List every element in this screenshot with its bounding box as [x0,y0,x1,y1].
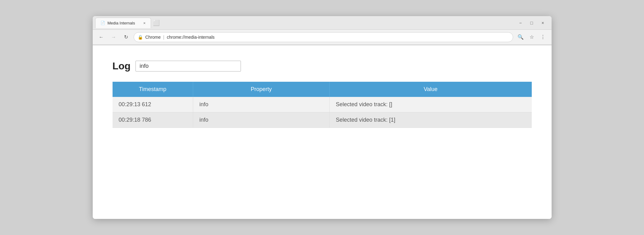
log-section: Log [113,60,532,72]
property-cell: info [193,97,330,112]
browser-brand: Chrome [145,35,161,40]
table-body: 00:29:13 612 info Selected video track: … [113,97,532,128]
page-content: Log Timestamp Property Value 00:29:13 61… [93,46,552,219]
new-tab-icon: ⬜ [153,20,160,26]
browser-window: 📄 Media Internals × ⬜ − □ × ← → ↻ 🔒 Chro… [93,16,552,219]
menu-button[interactable]: ⋮ [538,32,548,42]
minimize-button[interactable]: − [517,19,524,27]
new-tab-button[interactable]: ⬜ [151,18,162,28]
security-icon: 🔒 [138,35,143,40]
address-url: chrome://media-internals [167,35,215,40]
log-filter-input[interactable] [135,61,241,72]
tab-title: Media Internals [108,21,135,25]
zoom-button[interactable]: 🔍 [516,32,526,42]
value-cell: Selected video track: [] [330,97,532,112]
table-header: Timestamp Property Value [113,82,532,97]
back-button[interactable]: ← [96,32,106,42]
forward-button[interactable]: → [109,32,119,42]
log-label: Log [113,60,131,72]
timestamp-cell: 00:29:13 612 [113,97,193,112]
value-cell: Selected video track: [1] [330,112,532,128]
timestamp-column-header: Timestamp [113,82,193,97]
log-table: Timestamp Property Value 00:29:13 612 in… [113,82,532,128]
window-controls: − □ × [517,19,549,27]
tab-area: 📄 Media Internals × ⬜ [95,18,517,28]
timestamp-cell: 00:29:18 786 [113,112,193,128]
toolbar-actions: 🔍 ☆ ⋮ [516,32,548,42]
table-header-row: Timestamp Property Value [113,82,532,97]
maximize-button[interactable]: □ [528,19,535,27]
table-row: 00:29:13 612 info Selected video track: … [113,97,532,112]
table-row: 00:29:18 786 info Selected video track: … [113,112,532,128]
tab-close-button[interactable]: × [143,21,146,25]
close-button[interactable]: × [539,19,547,27]
browser-tab[interactable]: 📄 Media Internals × [95,18,151,28]
reload-button[interactable]: ↻ [121,32,131,42]
toolbar: ← → ↻ 🔒 Chrome | chrome://media-internal… [93,30,552,45]
property-cell: info [193,112,330,128]
value-column-header: Value [330,82,532,97]
address-bar[interactable]: 🔒 Chrome | chrome://media-internals [134,32,513,42]
bookmark-button[interactable]: ☆ [527,32,537,42]
tab-icon: 📄 [100,21,105,25]
address-separator: | [163,35,164,40]
property-column-header: Property [193,82,330,97]
title-bar: 📄 Media Internals × ⬜ − □ × [93,16,552,30]
